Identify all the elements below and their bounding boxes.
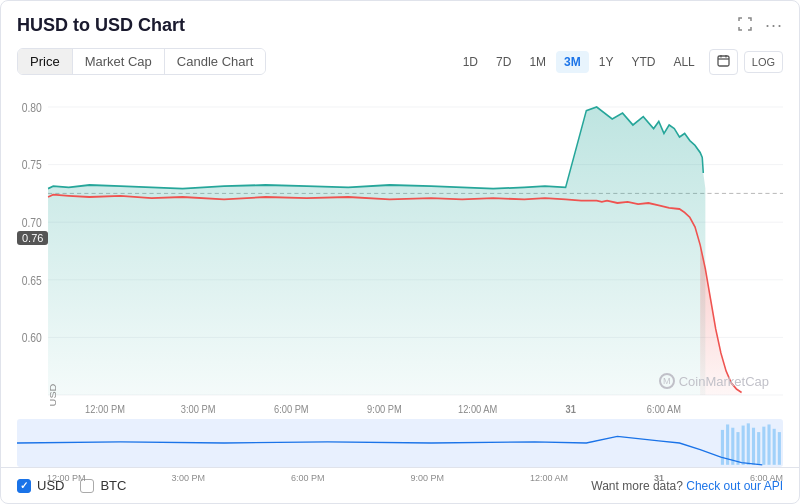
svg-rect-34 — [767, 424, 770, 464]
log-button[interactable]: LOG — [744, 51, 783, 73]
svg-text:USD: USD — [48, 384, 58, 407]
svg-text:0.70: 0.70 — [22, 216, 42, 229]
mini-x-label-3: 9:00 PM — [410, 473, 444, 483]
svg-rect-28 — [736, 432, 739, 465]
svg-rect-33 — [762, 427, 765, 465]
svg-rect-32 — [757, 432, 760, 465]
price-chart-svg: 0.80 0.75 0.70 0.65 0.60 12:00 PM 3:00 P… — [17, 83, 783, 419]
chart-type-tabs: Price Market Cap Candle Chart — [17, 48, 266, 75]
svg-rect-36 — [778, 432, 781, 465]
timeframe-1y[interactable]: 1Y — [591, 51, 622, 73]
svg-rect-31 — [752, 428, 755, 465]
svg-text:0.75: 0.75 — [22, 159, 42, 172]
expand-icon[interactable] — [737, 16, 753, 36]
tab-candle-chart[interactable]: Candle Chart — [165, 49, 266, 74]
svg-rect-25 — [721, 430, 724, 465]
svg-text:0.65: 0.65 — [22, 274, 42, 287]
svg-rect-30 — [747, 423, 750, 464]
timeframe-1m[interactable]: 1M — [521, 51, 554, 73]
mini-x-label-5: 31 — [654, 473, 664, 483]
more-options-icon[interactable]: ··· — [765, 15, 783, 36]
timeframe-1d[interactable]: 1D — [455, 51, 486, 73]
svg-text:3:00 PM: 3:00 PM — [181, 403, 216, 415]
mini-x-label-0: 12:00 PM — [47, 473, 86, 483]
svg-text:12:00 AM: 12:00 AM — [458, 403, 497, 415]
mini-chart-svg: 12:00 PM 3:00 PM 6:00 PM 9:00 PM 12:00 A… — [17, 419, 783, 467]
mini-x-label-4: 12:00 AM — [530, 473, 568, 483]
svg-text:12:00 PM: 12:00 PM — [85, 403, 125, 415]
svg-text:0.80: 0.80 — [22, 101, 42, 114]
mini-x-label-1: 3:00 PM — [171, 473, 205, 483]
calendar-button[interactable] — [709, 49, 738, 75]
timeframe-group: 1D 7D 1M 3M 1Y YTD ALL LOG — [455, 49, 783, 75]
timeframe-ytd[interactable]: YTD — [623, 51, 663, 73]
mini-chart-area: 12:00 PM 3:00 PM 6:00 PM 9:00 PM 12:00 A… — [1, 419, 799, 467]
svg-text:0.60: 0.60 — [22, 331, 42, 344]
timeframe-all[interactable]: ALL — [665, 51, 702, 73]
mini-x-label-2: 6:00 PM — [291, 473, 325, 483]
svg-rect-35 — [773, 429, 776, 465]
svg-text:6:00 PM: 6:00 PM — [274, 403, 309, 415]
svg-rect-29 — [742, 426, 745, 465]
svg-text:31: 31 — [566, 403, 577, 415]
timeframe-3m[interactable]: 3M — [556, 51, 589, 73]
svg-text:9:00 PM: 9:00 PM — [367, 403, 402, 415]
main-chart-area: 0.76 0.80 0.75 — [1, 83, 799, 419]
mini-x-label-6: 6:00 AM — [750, 473, 783, 483]
svg-rect-27 — [731, 428, 734, 465]
current-price-label: 0.76 — [17, 231, 48, 245]
tab-price[interactable]: Price — [18, 49, 73, 74]
svg-text:6:00 AM: 6:00 AM — [647, 403, 681, 415]
timeframe-7d[interactable]: 7D — [488, 51, 519, 73]
chart-title: HUSD to USD Chart — [17, 15, 185, 36]
svg-rect-0 — [718, 56, 729, 66]
tab-market-cap[interactable]: Market Cap — [73, 49, 165, 74]
